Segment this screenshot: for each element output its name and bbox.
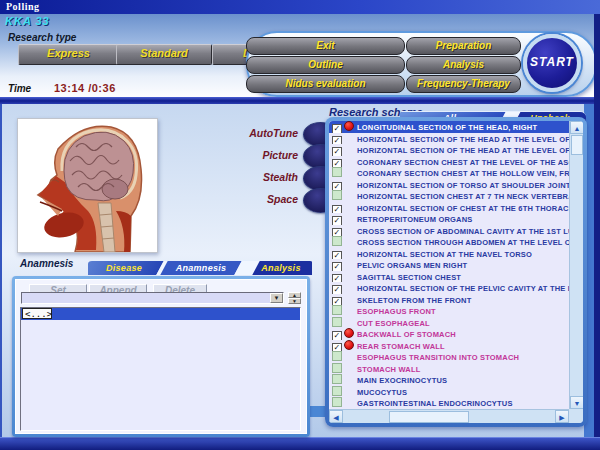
title-bar[interactable]: Polling [0, 0, 600, 15]
row-checkbox[interactable] [332, 351, 342, 361]
row-label: BACKWALL OF STOMACH [357, 330, 456, 339]
exit-button[interactable]: Exit [246, 37, 405, 55]
row-label: CROSS SECTION OF ABDOMINAL CAVITY AT THE… [357, 227, 569, 236]
row-label: CORONARY SECTION CHEST AT THE LEVEL OF T… [357, 158, 569, 167]
start-button[interactable]: START [523, 34, 581, 92]
scheme-row[interactable]: ✓HORIZONTAL SECTION OF THE PELVIC CAVITY… [329, 282, 569, 294]
row-label: GASTROINTESTINAL ENDOCRINOCYTUS [357, 399, 513, 408]
tab-analysis[interactable]: Analysis [250, 261, 312, 275]
row-label: HORIZONTAL SECTION OF THE PELVIC CAVITY … [357, 284, 569, 293]
research-scheme-inner: ✓LONGITUDINAL SECTION OF THE HEAD, RIGHT… [329, 121, 583, 423]
row-checkbox[interactable]: ✓ [332, 216, 342, 225]
row-checkbox[interactable]: ✓ [332, 159, 342, 168]
row-checkbox[interactable]: ✓ [332, 251, 342, 260]
row-checkbox[interactable]: ✓ [332, 343, 342, 352]
window-bottom-edge [0, 437, 600, 450]
scheme-row[interactable]: HORIZONTAL SECTION CHEST AT 7 TH NECK VE… [329, 190, 569, 202]
nidus-evaluation-button[interactable]: Nidus evaluation [246, 75, 405, 93]
row-label: CORONARY SECTION CHEST AT THE HOLLOW VEI… [357, 169, 569, 178]
row-label: REAR STOMACH WALL [357, 342, 445, 351]
window-right-edge [594, 14, 600, 450]
scheme-row[interactable]: ✓HORIZONTAL SECTION OF THE HEAD AT THE L… [329, 144, 569, 156]
scheme-row[interactable]: ✓PELVIC ORGANS MEN RIGHT [329, 259, 569, 271]
row-checkbox[interactable]: ✓ [332, 228, 342, 237]
scheme-row[interactable]: ✓HORIZONTAL SECTION OF CHEST AT THE 6TH … [329, 202, 569, 214]
analysis-button[interactable]: Analysis [406, 56, 521, 74]
scroll-left-icon[interactable] [329, 410, 343, 423]
tab-anamnesis[interactable]: Anamnesis [164, 261, 238, 275]
preparation-button[interactable]: Preparation [406, 37, 521, 55]
express-button[interactable]: Express [18, 44, 119, 65]
row-label: MAIN EXOCRINOCYTUS [357, 376, 447, 385]
row-label: HORIZONTAL SECTION OF THE HEAD AT THE LE… [357, 146, 569, 155]
scheme-row[interactable]: CUT ESOPHAGEAL [329, 317, 569, 329]
scheme-row[interactable]: ESOPHAGUS FRONT [329, 305, 569, 317]
scroll-right-icon[interactable] [555, 410, 569, 423]
row-label: HORIZONTAL SECTION OF THE HEAD AT THE LE… [357, 135, 569, 144]
anamnesis-combobox[interactable]: ▼ [21, 292, 284, 304]
row-checkbox[interactable] [332, 167, 342, 177]
standard-button[interactable]: Standard [116, 44, 212, 65]
row-checkbox[interactable]: ✓ [332, 205, 342, 214]
scheme-row[interactable]: STOMACH WALL [329, 363, 569, 375]
scheme-row[interactable]: ✓LONGITUDINAL SECTION OF THE HEAD, RIGHT [329, 121, 569, 133]
row-checkbox[interactable] [332, 190, 342, 200]
chevron-down-icon[interactable]: ▼ [270, 293, 283, 303]
tab-disease[interactable]: Disease [88, 261, 160, 275]
scheme-row[interactable]: ✓REAR STOMACH WALL [329, 340, 569, 352]
anamnesis-first-item[interactable]: <...> [22, 308, 52, 319]
scheme-row[interactable]: MUCOCYTUS [329, 386, 569, 398]
row-checkbox[interactable] [332, 236, 342, 246]
row-checkbox[interactable] [332, 374, 342, 384]
scheme-row[interactable]: ✓HORIZONTAL SECTION OF TORSO AT SHOULDER… [329, 179, 569, 191]
scheme-vertical-scrollbar[interactable] [569, 121, 583, 409]
scheme-row[interactable]: CROSS SECTION THROUGH ABDOMEN AT THE LEV… [329, 236, 569, 248]
scheme-row[interactable]: ✓CORONARY SECTION CHEST AT THE LEVEL OF … [329, 156, 569, 168]
row-checkbox[interactable] [332, 397, 342, 407]
scheme-horizontal-scrollbar[interactable] [329, 409, 569, 423]
row-checkbox[interactable]: ✓ [332, 147, 342, 156]
row-label: HORIZONTAL SECTION OF TORSO AT SHOULDER … [357, 181, 569, 190]
anamnesis-selected-row[interactable]: <...> [21, 308, 300, 320]
row-checkbox[interactable]: ✓ [332, 297, 342, 306]
row-label: STOMACH WALL [357, 365, 421, 374]
row-checkbox[interactable]: ✓ [332, 262, 342, 271]
time-value: 13:14 /0:36 [54, 82, 116, 94]
row-checkbox[interactable] [332, 317, 342, 327]
row-checkbox[interactable] [332, 305, 342, 315]
anamnesis-list[interactable]: <...> [20, 307, 301, 431]
row-checkbox[interactable] [332, 363, 342, 373]
scheme-row[interactable]: ✓RETROPERITONEUM ORGANS [329, 213, 569, 225]
row-label: CROSS SECTION THROUGH ABDOMEN AT THE LEV… [357, 238, 569, 247]
row-checkbox[interactable]: ✓ [332, 124, 342, 133]
anamnesis-spinner[interactable]: ▲ ▼ [288, 292, 301, 304]
outline-button[interactable]: Outline [246, 56, 405, 74]
scheme-row[interactable]: CORONARY SECTION CHEST AT THE HOLLOW VEI… [329, 167, 569, 179]
scheme-row[interactable]: ✓HORIZONTAL SECTION OF THE HEAD AT THE L… [329, 133, 569, 145]
spinner-down-icon[interactable]: ▼ [288, 298, 301, 304]
row-checkbox[interactable]: ✓ [332, 274, 342, 283]
vertical-scroll-thumb[interactable] [571, 135, 583, 155]
scheme-row[interactable]: ✓BACKWALL OF STOMACH [329, 328, 569, 340]
scheme-row[interactable]: GASTROINTESTINAL ENDOCRINOCYTUS [329, 397, 569, 409]
row-checkbox[interactable]: ✓ [332, 285, 342, 294]
row-checkbox[interactable]: ✓ [332, 136, 342, 145]
scheme-row[interactable]: ESOPHAGUS TRANSITION INTO STOMACH [329, 351, 569, 363]
row-checkbox[interactable]: ✓ [332, 182, 342, 191]
scheme-row[interactable]: ✓HORIZONTAL SECTION AT THE NAVEL TORSO [329, 248, 569, 260]
time-label: Time [8, 83, 31, 94]
scroll-up-icon[interactable] [570, 121, 583, 134]
scheme-row[interactable]: ✓CROSS SECTION OF ABDOMINAL CAVITY AT TH… [329, 225, 569, 237]
stealth-label: Stealth [226, 171, 298, 183]
anatomy-image-box [17, 118, 158, 253]
anamnesis-tabs: Disease Anamnesis Analysis [88, 260, 312, 275]
horizontal-scroll-thumb[interactable] [389, 411, 469, 423]
scheme-row[interactable]: ✓SKELETON FROM THE FRONT [329, 294, 569, 306]
row-checkbox[interactable] [332, 386, 342, 396]
row-checkbox[interactable]: ✓ [332, 331, 342, 340]
scheme-row[interactable]: MAIN EXOCRINOCYTUS [329, 374, 569, 386]
scheme-row[interactable]: ✓SAGITTAL SECTION CHEST [329, 271, 569, 283]
frequency-therapy-button[interactable]: Frequency-Therapy [406, 75, 521, 93]
row-label: MUCOCYTUS [357, 388, 407, 397]
scroll-down-icon[interactable] [570, 396, 583, 409]
